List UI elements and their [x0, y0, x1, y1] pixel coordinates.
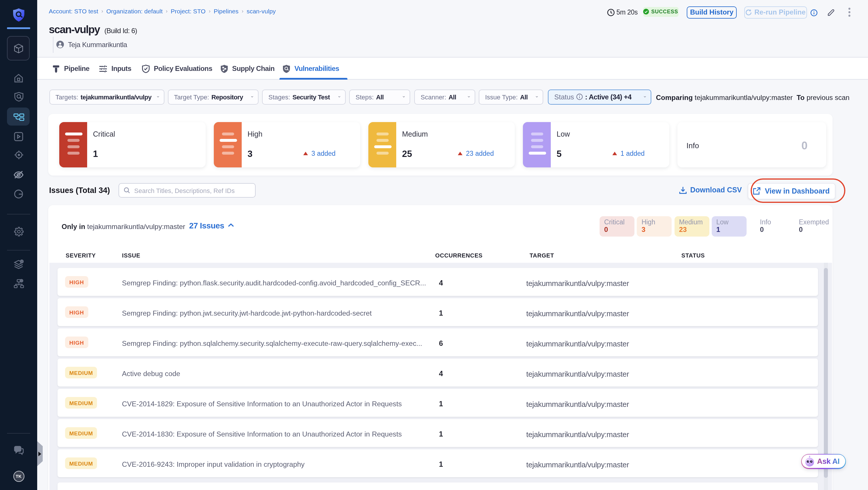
- svg-text:?: ?: [16, 447, 19, 451]
